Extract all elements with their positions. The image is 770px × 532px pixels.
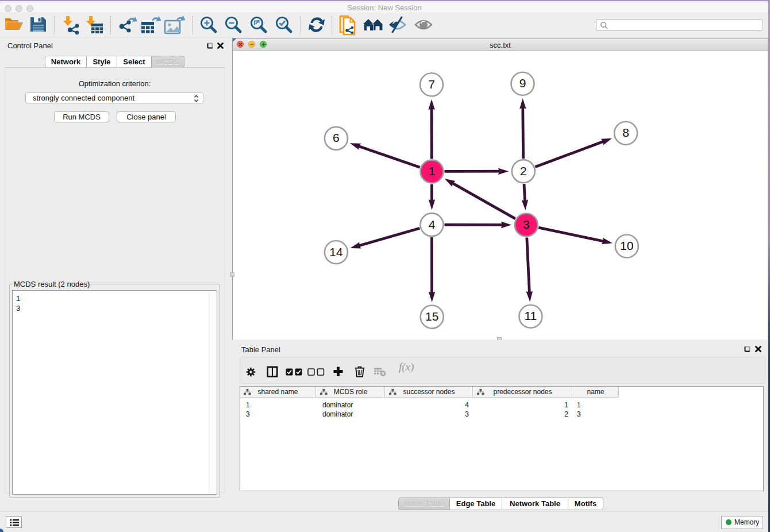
svg-text:10: 10 <box>620 239 633 252</box>
svg-text:15: 15 <box>425 310 438 323</box>
svg-text:8: 8 <box>622 126 629 139</box>
svg-text:6: 6 <box>333 131 340 144</box>
svg-text:9: 9 <box>519 76 526 90</box>
svg-text:2: 2 <box>520 164 527 178</box>
svg-text:4: 4 <box>429 218 436 231</box>
svg-text:1: 1 <box>429 164 436 178</box>
svg-text:3: 3 <box>523 218 530 231</box>
svg-text:14: 14 <box>329 245 343 259</box>
svg-text:11: 11 <box>524 309 537 322</box>
svg-text:7: 7 <box>428 78 435 91</box>
